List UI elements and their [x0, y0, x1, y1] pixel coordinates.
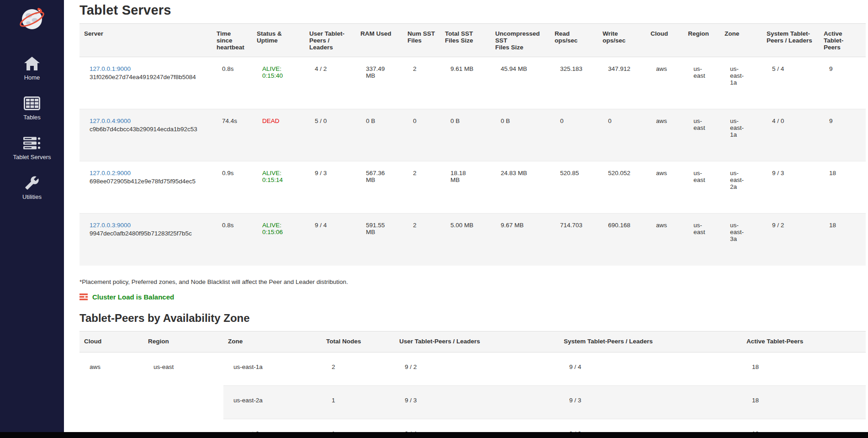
- region-cell: us-east: [683, 109, 720, 161]
- read-ops-cell: 0: [550, 109, 598, 161]
- total-sst-cell: 5.00 MB: [440, 214, 491, 266]
- num-sst-cell: 2: [403, 214, 440, 266]
- sidebar: Home Tables T: [0, 0, 64, 438]
- uncompressed-sst-cell: 24.83 MB: [491, 161, 550, 214]
- uncompressed-sst-cell: 45.94 MB: [491, 57, 550, 109]
- user-tp-cell: 9 / 2: [395, 352, 559, 385]
- server-uuid: 31f0260e27d74ea4919247de7f8b5084: [90, 74, 208, 80]
- region-cell: us-east: [683, 161, 720, 214]
- wrench-icon: [25, 176, 39, 190]
- col-system-tablet-peers: System Tablet-Peers / Leaders: [559, 331, 742, 352]
- zone-cell: us-east-1a: [720, 57, 762, 109]
- read-ops-cell: 520.85: [550, 161, 598, 214]
- server-link[interactable]: 127.0.0.1:9000: [90, 65, 131, 72]
- active-tp-cell: 9: [819, 57, 866, 109]
- server-row: 127.0.0.2:9000698ee072905b412e9e78fd75f9…: [79, 161, 866, 214]
- write-ops-cell: 520.052: [598, 161, 646, 214]
- zone-section-title: Tablet-Peers by Availability Zone: [79, 312, 868, 325]
- region-cell: us-east: [683, 57, 720, 109]
- yugabyte-logo-icon: [19, 5, 45, 32]
- tablet-servers-icon: [23, 137, 41, 150]
- placement-footnote: *Placement policy, Preferred zones, and …: [79, 278, 868, 285]
- system-tp-cell: 9 / 3: [762, 161, 819, 214]
- bottom-black-bar: [0, 432, 868, 438]
- num-sst-cell: 2: [403, 57, 440, 109]
- tablet-servers-table: Server Time since heartbeat Status & Upt…: [79, 23, 866, 266]
- sidebar-item-tables[interactable]: Tables: [0, 95, 64, 121]
- col-server: Server: [79, 24, 212, 57]
- server-uuid: 9947dec0afb2480f95b71283f25f7b5c: [90, 230, 208, 237]
- cloud-cell: aws: [646, 161, 683, 214]
- system-tp-cell: 9 / 3: [559, 385, 742, 419]
- col-active-tablet-peers: Active Tablet-Peers: [819, 24, 866, 57]
- user-tp-cell: 9 / 4: [305, 214, 356, 266]
- load-balancer-icon: [79, 294, 88, 300]
- read-ops-cell: 325.183: [550, 57, 598, 109]
- sidebar-item-label: Utilities: [0, 193, 64, 200]
- active-tp-cell: 18: [742, 385, 866, 419]
- cluster-load-label: Cluster Load is Balanced: [92, 293, 174, 301]
- zone-cell: us-east-2a: [223, 385, 322, 419]
- heartbeat-cell: 0.9s: [212, 161, 252, 214]
- user-tp-cell: 5 / 0: [305, 109, 356, 161]
- ram-cell: 337.49 MB: [356, 57, 403, 109]
- cloud-cell: aws: [646, 57, 683, 109]
- active-tp-cell: 18: [742, 352, 866, 385]
- uncompressed-sst-cell: 0 B: [491, 109, 550, 161]
- region-cell: us-east: [683, 214, 720, 266]
- sidebar-item-label: Tablet Servers: [0, 154, 64, 160]
- sidebar-item-tablet-servers[interactable]: Tablet Servers: [0, 134, 64, 160]
- num-sst-cell: 0: [403, 109, 440, 161]
- sidebar-item-label: Tables: [0, 114, 64, 121]
- col-zone: Zone: [223, 331, 322, 352]
- status-cell: ALIVE:0:15:06: [252, 214, 305, 266]
- cluster-load-status: Cluster Load is Balanced: [79, 293, 868, 301]
- server-row: 127.0.0.3:90009947dec0afb2480f95b71283f2…: [79, 214, 866, 266]
- col-cloud: Cloud: [646, 24, 683, 57]
- system-tp-cell: 9 / 2: [762, 214, 819, 266]
- zones-table-header-row: Cloud Region Zone Total Nodes User Table…: [79, 331, 866, 352]
- col-region: Region: [683, 24, 720, 57]
- server-uuid: c9b6b7d4cbcc43b290914ecda1b92c53: [90, 126, 208, 133]
- zone-cell: us-east-3a: [720, 214, 762, 266]
- status-cell: ALIVE:0:15:14: [252, 161, 305, 214]
- col-system-tablet-peers: System Tablet-Peers / Leaders: [762, 24, 819, 57]
- server-link[interactable]: 127.0.0.4:9000: [90, 118, 131, 124]
- read-ops-cell: 714.703: [550, 214, 598, 266]
- active-tp-cell: 9: [819, 109, 866, 161]
- col-total-nodes: Total Nodes: [322, 331, 395, 352]
- col-user-tablet-peers: User Tablet-Peers / Leaders: [305, 24, 356, 57]
- user-tp-cell: 4 / 2: [305, 57, 356, 109]
- col-ram-used: RAM Used: [356, 24, 403, 57]
- server-link[interactable]: 127.0.0.3:9000: [90, 222, 131, 229]
- ram-cell: 591.55 MB: [356, 214, 403, 266]
- col-uncompressed-sst-size: Uncompressed SSTFiles Size: [491, 24, 550, 57]
- system-tp-cell: 5 / 4: [762, 57, 819, 109]
- server-row: 127.0.0.1:900031f0260e27d74ea4919247de7f…: [79, 57, 866, 109]
- col-num-sst-files: Num SST Files: [403, 24, 440, 57]
- server-uuid: 698ee072905b412e9e78fd75f95d4ec5: [90, 178, 208, 185]
- app-logo[interactable]: [0, 0, 64, 34]
- active-tp-cell: 18: [819, 214, 866, 266]
- page-title: Tablet Servers: [79, 3, 868, 18]
- ram-cell: 567.36 MB: [356, 161, 403, 214]
- system-tp-cell: 4 / 0: [762, 109, 819, 161]
- col-total-sst-size: Total SST Files Size: [440, 24, 491, 57]
- status-cell: DEAD: [252, 109, 305, 161]
- zone-cell: us-east-1a: [720, 109, 762, 161]
- total-nodes-cell: 2: [322, 352, 395, 385]
- sidebar-item-home[interactable]: Home: [0, 55, 64, 81]
- system-tp-cell: 9 / 4: [559, 352, 742, 385]
- col-cloud: Cloud: [79, 331, 143, 352]
- cloud-cell: aws: [646, 109, 683, 161]
- sidebar-item-utilities[interactable]: Utilities: [0, 174, 64, 200]
- tablet-peers-by-zone-table: Cloud Region Zone Total Nodes User Table…: [79, 331, 866, 438]
- total-sst-cell: 0 B: [440, 109, 491, 161]
- server-link[interactable]: 127.0.0.2:9000: [90, 170, 131, 176]
- tables-icon: [24, 96, 40, 110]
- user-tp-cell: 9 / 3: [305, 161, 356, 214]
- heartbeat-cell: 74.4s: [212, 109, 252, 161]
- zone-row: aws us-east us-east-1a 2 9 / 2 9 / 4 18: [79, 352, 866, 385]
- col-status-uptime: Status & Uptime: [252, 24, 305, 57]
- col-heartbeat: Time since heartbeat: [212, 24, 252, 57]
